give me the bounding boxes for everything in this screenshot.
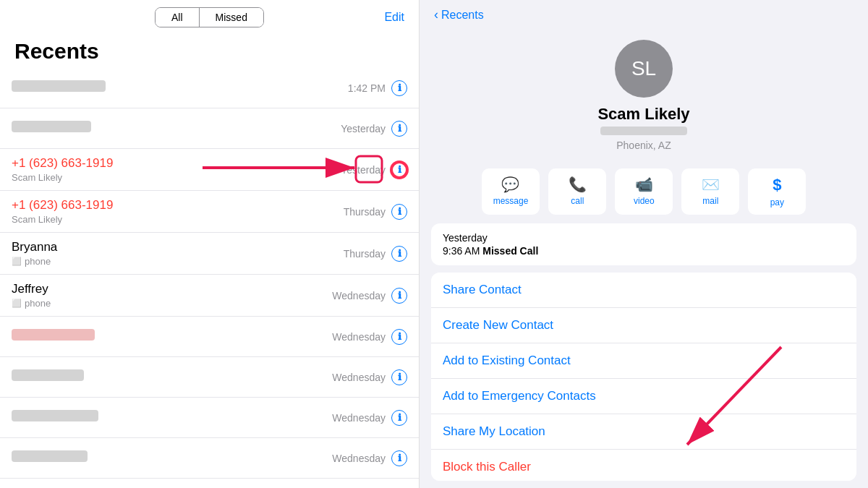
call-time: Wednesday bbox=[332, 412, 386, 424]
call-history-card: Yesterday 9:36 AM Missed Call bbox=[431, 223, 856, 265]
all-tab[interactable]: All bbox=[156, 8, 200, 27]
contact-menu: Share Contact Create New Contact Add to … bbox=[431, 273, 856, 481]
list-item: Wednesday ℹ bbox=[0, 398, 419, 438]
add-emergency-item[interactable]: Add to Emergency Contacts bbox=[431, 379, 856, 414]
missed-tab[interactable]: Missed bbox=[200, 8, 263, 27]
contact-sub: Scam Likely bbox=[12, 172, 341, 183]
info-button[interactable]: ℹ bbox=[391, 121, 407, 137]
call-item-right: Thursday ℹ bbox=[344, 204, 407, 220]
call-item-left bbox=[12, 450, 332, 466]
contact-name-scam2: +1 (623) 663-1919 bbox=[12, 198, 344, 213]
call-item-left bbox=[12, 121, 341, 136]
contact-name: Scam Likely bbox=[597, 105, 689, 124]
message-icon: 💬 bbox=[501, 176, 519, 193]
avatar-initials: SL bbox=[631, 57, 656, 80]
mail-icon: ✉️ bbox=[702, 176, 720, 193]
mail-button[interactable]: ✉️ mail bbox=[681, 168, 739, 215]
call-item-right: Thursday ℹ bbox=[344, 246, 407, 262]
add-existing-item[interactable]: Add to Existing Contact bbox=[431, 343, 856, 379]
block-caller-item[interactable]: Block this Caller bbox=[431, 450, 856, 481]
contact-name-blurred bbox=[12, 80, 348, 95]
contact-header: SL Scam Likely Phoenix, AZ bbox=[420, 28, 868, 160]
contact-name-bryanna: Bryanna bbox=[12, 240, 344, 254]
info-button[interactable]: ℹ bbox=[391, 369, 407, 385]
pay-icon: $ bbox=[773, 176, 781, 194]
info-button-highlighted[interactable]: ℹ bbox=[391, 162, 407, 178]
call-item-right: Wednesday ℹ bbox=[332, 329, 407, 345]
contact-name-jeffrey: Jeffrey bbox=[12, 282, 332, 296]
call-time: Wednesday bbox=[332, 372, 386, 383]
contact-sub-bryanna: ⬜ phone bbox=[12, 256, 344, 267]
contact-name-scam: +1 (623) 663-1919 bbox=[12, 156, 341, 171]
call-item-left bbox=[12, 410, 332, 425]
pay-button[interactable]: $ pay bbox=[748, 168, 806, 215]
call-status: Missed Call bbox=[482, 245, 538, 257]
info-button[interactable]: ℹ bbox=[391, 410, 407, 426]
call-item-right: 1:42 PM ℹ bbox=[348, 80, 407, 96]
call-time: Thursday bbox=[344, 206, 386, 218]
create-contact-item[interactable]: Create New Contact bbox=[431, 308, 856, 343]
call-item-left: +1 (623) 663-1919 Scam Likely bbox=[12, 198, 344, 225]
call-label: call bbox=[571, 196, 584, 206]
back-button[interactable]: ‹ Recents bbox=[434, 7, 484, 22]
call-time: Wednesday bbox=[332, 290, 386, 301]
segment-control: All Missed bbox=[155, 7, 264, 27]
call-icon: 📞 bbox=[569, 176, 587, 193]
call-item-right: Wednesday ℹ bbox=[332, 410, 407, 426]
chevron-left-icon: ‹ bbox=[434, 7, 438, 22]
list-item: Wednesday ℹ bbox=[0, 317, 419, 357]
contact-sub2: Scam Likely bbox=[12, 214, 344, 225]
info-button[interactable]: ℹ bbox=[391, 80, 407, 96]
contact-location: Phoenix, AZ bbox=[616, 140, 671, 151]
contact-name-blurred bbox=[12, 121, 341, 136]
call-item-left bbox=[12, 369, 332, 385]
contact-name-blurred-red bbox=[12, 329, 332, 344]
list-item: Wednesday ℹ bbox=[0, 438, 419, 479]
info-button[interactable]: ℹ bbox=[391, 288, 407, 304]
call-item-right: Wednesday ℹ bbox=[332, 369, 407, 385]
call-item-right: Yesterday ℹ bbox=[341, 121, 407, 137]
list-item-bryanna: Bryanna ⬜ phone Thursday ℹ bbox=[0, 233, 419, 275]
list-item: Wednesday ℹ bbox=[0, 357, 419, 398]
info-button[interactable]: ℹ bbox=[391, 246, 407, 262]
call-time: Thursday bbox=[344, 248, 386, 260]
share-location-item[interactable]: Share My Location bbox=[431, 414, 856, 450]
pay-label: pay bbox=[770, 197, 784, 207]
list-item: Tuesday ℹ bbox=[0, 479, 419, 488]
action-buttons: 💬 message 📞 call 📹 video ✉️ mail $ pay bbox=[420, 160, 868, 223]
video-label: video bbox=[634, 196, 655, 206]
call-item-left: Jeffrey ⬜ phone bbox=[12, 282, 332, 309]
list-item: Yesterday ℹ bbox=[0, 108, 419, 149]
top-bar: All Missed Edit bbox=[0, 0, 419, 33]
contact-sub-jeffrey: ⬜ phone bbox=[12, 298, 332, 309]
blurred-text bbox=[12, 410, 98, 421]
blurred-text bbox=[12, 369, 84, 381]
call-item-left: +1 (623) 663-1919 Scam Likely bbox=[12, 156, 341, 183]
call-item-right: Yesterday ℹ bbox=[341, 162, 407, 178]
contact-phone-blurred bbox=[600, 127, 687, 135]
message-button[interactable]: 💬 message bbox=[482, 168, 540, 215]
call-item-left: Bryanna ⬜ phone bbox=[12, 240, 344, 267]
blurred-text bbox=[12, 80, 106, 92]
list-item-scam-likely-2: +1 (623) 663-1919 Scam Likely Thursday ℹ bbox=[0, 191, 419, 233]
blurred-text bbox=[12, 329, 95, 341]
phone-icon: ⬜ bbox=[12, 257, 22, 266]
edit-button[interactable]: Edit bbox=[384, 11, 404, 24]
info-button[interactable]: ℹ bbox=[391, 329, 407, 345]
call-time: Yesterday bbox=[341, 123, 386, 134]
call-button[interactable]: 📞 call bbox=[548, 168, 606, 215]
info-button[interactable]: ℹ bbox=[391, 450, 407, 466]
call-time: Wednesday bbox=[332, 453, 386, 464]
list-item: 1:42 PM ℹ bbox=[0, 68, 419, 108]
call-time: 1:42 PM bbox=[348, 82, 386, 94]
phone-icon: ⬜ bbox=[12, 299, 22, 308]
list-item-scam-likely-1: +1 (623) 663-1919 Scam Likely Yesterday … bbox=[0, 149, 419, 191]
recents-title: Recents bbox=[0, 33, 419, 68]
call-time: Wednesday bbox=[332, 331, 386, 343]
video-icon: 📹 bbox=[635, 176, 653, 193]
info-button[interactable]: ℹ bbox=[391, 204, 407, 220]
video-button[interactable]: 📹 video bbox=[615, 168, 673, 215]
call-item-left bbox=[12, 80, 348, 95]
right-header: ‹ Recents bbox=[420, 0, 868, 28]
share-contact-item[interactable]: Share Contact bbox=[431, 273, 856, 308]
